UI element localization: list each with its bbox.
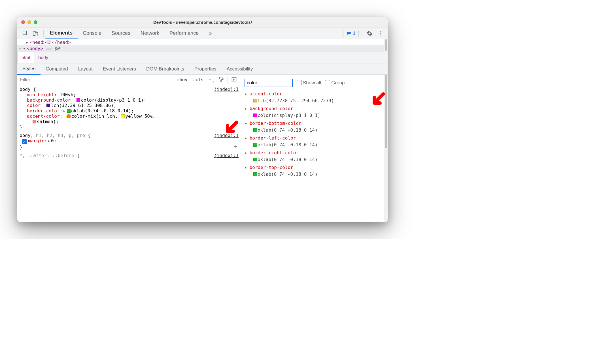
color-swatch-icon[interactable] (253, 128, 257, 132)
computed-filter-row: Show all Group (241, 75, 388, 89)
expand-icon[interactable] (245, 165, 250, 170)
dots-icon: ⋯ (18, 46, 21, 51)
tab-performance[interactable]: Performance (164, 27, 204, 39)
dom-head-node[interactable]: <head> … </head> (17, 39, 388, 45)
caret-right-icon[interactable] (26, 40, 29, 45)
dom-scrollbar[interactable] (384, 39, 388, 52)
svg-rect-2 (35, 32, 38, 36)
computed-panel-icon[interactable] (229, 76, 239, 83)
dom-tree[interactable]: <head> … </head> ⋯ <body> == $0 (17, 39, 388, 52)
decl-background-color[interactable]: background-color: color(display-p3 1 0 1… (20, 97, 239, 103)
computed-pane: Show all Group accent-color lch(82.7238 … (241, 75, 388, 222)
color-swatch-icon[interactable] (253, 143, 257, 147)
computed-border-left-color[interactable]: border-left-color oklab(0.74 -0.18 0.14) (242, 134, 388, 149)
window-title: DevTools - developer.chrome.com/tags/dev… (17, 20, 388, 25)
main-tabs: Elements Console Sources Network Perform… (45, 27, 217, 39)
cls-toggle[interactable]: .cls (190, 77, 206, 82)
rule-universal[interactable]: (index):1 *, ::after, ::before { (17, 151, 241, 159)
expand-icon[interactable] (245, 150, 250, 155)
color-swatch-icon[interactable] (253, 172, 257, 176)
color-swatch-icon[interactable] (46, 104, 50, 107)
scrollbar-thumb-computed[interactable] (385, 75, 387, 148)
subtab-layout[interactable]: Layout (73, 63, 98, 74)
decl-border-color[interactable]: border-color:oklab(0.74 -0.18 0.14); (20, 108, 239, 114)
main-toolbar: Elements Console Sources Network Perform… (17, 27, 388, 39)
breadcrumb-html[interactable]: html (17, 52, 34, 63)
inspect-icon[interactable] (20, 28, 30, 38)
annotation-arrow-icon (370, 92, 386, 108)
rule-selector[interactable]: body (20, 87, 31, 92)
subtab-properties[interactable]: Properties (189, 63, 221, 74)
rule-selector[interactable]: body, h1, h2, h3, p, pre (20, 133, 85, 138)
svg-point-5 (380, 35, 381, 35)
color-mix-swatch-icon[interactable] (66, 114, 71, 118)
hov-toggle[interactable]: :hov (174, 77, 190, 82)
head-open-tag: <head> (30, 40, 46, 45)
body-open-tag: <body> (27, 46, 43, 51)
color-swatch-icon[interactable] (253, 99, 257, 102)
tab-console[interactable]: Console (78, 27, 107, 39)
rules-list[interactable]: (index):1 body { min-height: 100vh; back… (17, 85, 241, 222)
annotation-arrow-icon (223, 120, 239, 136)
computed-accent-color[interactable]: accent-color lch(82.7238 75.1294 66.2239… (242, 90, 388, 105)
caret-down-icon[interactable] (23, 46, 26, 51)
tab-network[interactable]: Network (135, 27, 164, 39)
computed-border-right-color[interactable]: border-right-color oklab(0.74 -0.18 0.14… (242, 149, 388, 164)
scrollbar-thumb[interactable] (385, 39, 387, 51)
rule-source-link[interactable]: (index):1 (214, 153, 239, 158)
more-menu-icon[interactable] (376, 29, 386, 38)
ellipsis-icon[interactable]: … (46, 40, 51, 44)
window-minimize-button[interactable] (27, 20, 31, 24)
color-swatch-icon[interactable] (253, 158, 257, 161)
tab-sources[interactable]: Sources (107, 27, 135, 39)
rule-body[interactable]: (index):1 body { min-height: 100vh; back… (17, 85, 241, 131)
computed-background-color[interactable]: background-color color(display-p3 1 0 1) (242, 105, 388, 119)
rule-source-link[interactable]: (index):1 (214, 87, 239, 92)
divider (215, 77, 215, 83)
decl-min-height[interactable]: min-height: 100vh; (20, 92, 239, 97)
computed-list[interactable]: accent-color lch(82.7238 75.1294 66.2239… (241, 89, 388, 222)
svg-rect-6 (219, 77, 222, 79)
svg-point-4 (380, 33, 381, 34)
expand-icon[interactable] (245, 121, 250, 126)
subtab-event-listeners[interactable]: Event Listeners (98, 63, 141, 74)
color-swatch-icon[interactable] (33, 120, 36, 123)
subtab-styles[interactable]: Styles (17, 64, 41, 75)
color-swatch-icon[interactable] (253, 114, 257, 117)
expand-shorthand-icon[interactable] (62, 108, 66, 114)
color-swatch-icon[interactable] (77, 98, 80, 102)
decl-margin[interactable]: ✓margin:0; (20, 138, 239, 144)
rule-selector[interactable]: *, ::after, ::before (20, 153, 74, 158)
styles-filter-input[interactable] (17, 75, 174, 85)
show-all-checkbox[interactable]: Show all (297, 80, 321, 86)
computed-filter-input[interactable] (245, 79, 293, 87)
subtab-accessibility[interactable]: Accessibility (222, 63, 258, 74)
issues-badge[interactable]: 1 (343, 30, 359, 37)
window-close-button[interactable] (21, 20, 25, 24)
window-maximize-button[interactable] (34, 20, 37, 24)
breadcrumb-body[interactable]: body (34, 52, 52, 63)
color-swatch-icon[interactable] (67, 109, 71, 113)
dom-body-node[interactable]: ⋯ <body> == $0 (17, 45, 388, 52)
paint-icon[interactable] (216, 76, 226, 83)
decl-accent-color[interactable]: accent-color: color-mix(in lch, yellow 5… (20, 114, 239, 124)
settings-gear-icon[interactable] (365, 29, 374, 38)
decl-color[interactable]: color: lch(32.39 61.25 308.86); (20, 103, 239, 108)
color-swatch-icon[interactable] (121, 114, 125, 118)
expand-icon[interactable] (245, 91, 250, 97)
tabs-overflow[interactable]: » (204, 27, 217, 39)
group-checkbox[interactable]: Group (325, 80, 345, 86)
expand-icon[interactable] (245, 106, 250, 111)
expand-icon[interactable] (245, 135, 250, 141)
expand-shorthand-icon[interactable] (47, 138, 51, 144)
add-declaration-icon[interactable]: + (234, 143, 237, 150)
subtab-computed[interactable]: Computed (41, 63, 73, 74)
computed-border-top-color[interactable]: border-top-color oklab(0.74 -0.18 0.14) (242, 164, 388, 178)
new-style-rule-icon[interactable]: +◢ (206, 77, 214, 82)
subtab-dom-breakpoints[interactable]: DOM Breakpoints (141, 63, 189, 74)
rule-body-etc[interactable]: (index):1 body, h1, h2, h3, p, pre { ✓ma… (17, 131, 241, 151)
property-checkbox[interactable]: ✓ (22, 139, 27, 144)
device-toggle-icon[interactable] (30, 28, 41, 38)
computed-border-bottom-color[interactable]: border-bottom-color oklab(0.74 -0.18 0.1… (242, 119, 388, 134)
tab-elements[interactable]: Elements (45, 27, 78, 39)
